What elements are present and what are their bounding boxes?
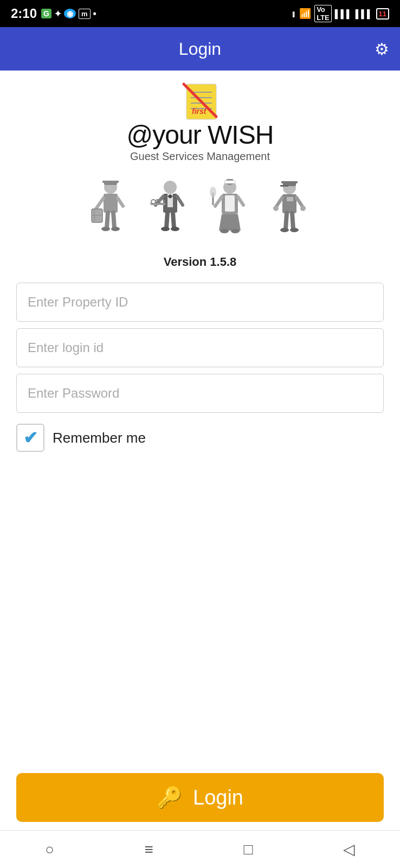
svg-point-53 [273,206,279,211]
remember-me-checkbox[interactable]: ✔ [16,424,44,452]
gear-icon[interactable]: ⚙ [375,40,389,59]
svg-point-32 [161,227,170,231]
svg-rect-49 [280,185,288,187]
status-icons: G ✦ ◉ m • [41,8,96,20]
bellhop-figure [86,179,135,244]
remember-me-label: Remember me [53,430,146,446]
svg-line-15 [118,198,123,206]
app-header: Login ⚙ [0,27,400,71]
concierge-figure [265,179,314,244]
version-label: Version 1.5.8 [164,255,237,269]
svg-rect-9 [102,181,119,183]
svg-point-20 [164,181,177,194]
svg-line-56 [286,213,287,229]
app-subtitle: Guest Services Management [130,150,270,163]
app-icon-2: ✦ [54,9,61,19]
svg-point-41 [210,187,216,197]
svg-line-39 [215,197,222,206]
login-form: ✔ Remember me [16,283,384,452]
nav-menu-icon[interactable]: ≡ [145,841,153,858]
svg-line-29 [177,196,183,205]
checkmark-icon: ✔ [23,429,38,446]
svg-line-54 [296,197,303,207]
wifi-icon: 📶 [299,8,311,20]
bottom-nav: ○ ≡ □ ◁ [0,830,400,868]
svg-line-52 [276,197,282,207]
property-id-input[interactable] [16,283,384,322]
svg-point-33 [171,227,179,231]
login-btn-label: Login [193,786,243,809]
svg-point-44 [220,229,229,233]
dot-icon: • [93,8,96,20]
svg-rect-36 [224,181,235,183]
vibrate-icon: ⫿ [292,9,296,18]
svg-rect-48 [281,181,298,183]
waiter-figure [146,179,195,244]
key-icon: 🔑 [157,786,182,809]
logo-graphic: first [176,81,224,122]
app-icon-3: ◉ [64,9,76,18]
login-btn-area: 🔑 Login [0,765,400,830]
app-icon-4: m [79,9,91,19]
main-content: first @your WISH Guest Services Manageme… [0,71,400,765]
battery-icon: 11 [376,8,389,20]
svg-line-31 [173,213,174,228]
svg-line-11 [96,198,104,209]
svg-rect-38 [225,195,235,212]
svg-line-57 [292,213,293,229]
svg-line-16 [107,213,108,228]
svg-line-17 [113,213,114,228]
svg-point-19 [111,227,120,231]
nav-back-icon[interactable]: ◁ [343,840,355,858]
app-icon-1: G [41,9,51,18]
svg-line-30 [166,213,167,228]
signal-2-icon: ▌▌▌ [356,9,373,18]
svg-point-45 [231,229,240,233]
svg-text:first: first [192,107,207,116]
svg-point-58 [280,228,289,232]
svg-point-59 [290,228,299,232]
login-button[interactable]: 🔑 Login [16,773,384,822]
signal-1-icon: ▌▌▌ [335,9,352,18]
status-left: 2:10 G ✦ ◉ m • [11,6,96,21]
status-bar: 2:10 G ✦ ◉ m • ⫿ 📶 VoLTE ▌▌▌ ▌▌▌ 11 [0,0,400,27]
logo-area: first @your WISH Guest Services Manageme… [127,81,274,163]
lte-icon: VoLTE [314,5,332,22]
remember-me-row: ✔ Remember me [16,424,384,452]
staff-figures-row [86,179,314,244]
svg-point-18 [101,227,110,231]
svg-rect-51 [287,197,293,201]
status-right: ⫿ 📶 VoLTE ▌▌▌ ▌▌▌ 11 [292,5,389,22]
password-input[interactable] [16,374,384,413]
status-time: 2:10 [11,6,37,21]
nav-recents-icon[interactable]: □ [243,841,253,858]
logo-svg: first [176,81,224,122]
nav-home-icon[interactable]: ○ [45,841,54,858]
svg-line-42 [238,197,243,205]
svg-marker-43 [219,214,241,231]
login-id-input[interactable] [16,328,384,367]
svg-point-55 [300,206,306,211]
app-name: @your WISH [127,122,274,148]
svg-rect-10 [104,194,118,213]
maid-figure [205,179,254,244]
header-title: Login [179,39,221,59]
